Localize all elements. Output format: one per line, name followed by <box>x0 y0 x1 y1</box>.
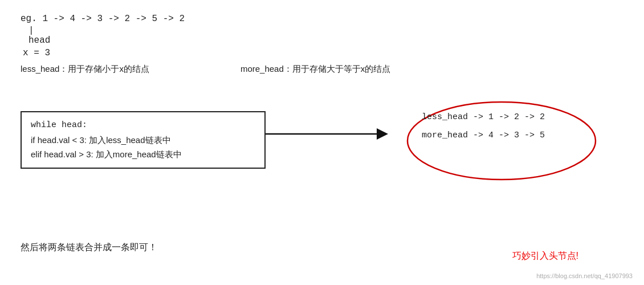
right-result-area: less_head -> 1 -> 2 -> 2 more_head -> 4 … <box>405 100 598 182</box>
head-label: head <box>28 35 390 46</box>
vertical-bar: | <box>28 26 390 35</box>
bottom-text: 然后将两条链表合并成一条即可！ <box>21 242 157 254</box>
less-head-label: less_head：用于存储小于x的结点 <box>21 64 149 75</box>
eg-line: eg. 1 -> 4 -> 3 -> 2 -> 5 -> 2 <box>21 14 390 24</box>
svg-marker-1 <box>377 128 388 140</box>
more-head-label: more_head：用于存储大于等于x的结点 <box>241 64 390 75</box>
result-less: less_head -> 1 -> 2 -> 2 <box>422 108 545 127</box>
result-more: more_head -> 4 -> 3 -> 5 <box>422 127 545 145</box>
code-box: while head: if head.val < 3: 加入less_head… <box>21 111 266 169</box>
url-text: https://blog.csdn.net/qq_41907993 <box>536 272 633 279</box>
code-line-1: while head: <box>31 118 255 133</box>
code-line-3: elif head.val > 3: 加入more_head链表中 <box>31 147 255 162</box>
clever-note: 巧妙引入头节点! <box>512 250 578 262</box>
code-line-2: if head.val < 3: 加入less_head链表中 <box>31 133 255 148</box>
arrow-icon <box>266 111 397 157</box>
x-label: x = 3 <box>23 48 390 58</box>
